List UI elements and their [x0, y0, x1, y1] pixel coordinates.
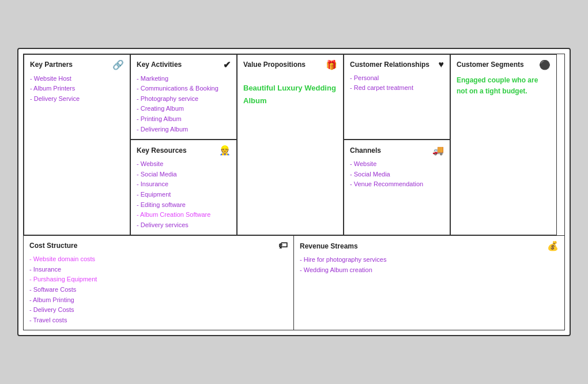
list-item: - Website Host	[30, 74, 124, 84]
key-activities-icon: ✔	[223, 59, 231, 70]
key-resources-title: Key Resources	[137, 146, 187, 155]
cost-structure-title: Cost Structure	[29, 242, 77, 250]
key-activities-items: - Marketing - Communications & Booking -…	[137, 74, 231, 135]
cost-structure-icon: 🏷	[278, 240, 288, 251]
cost-structure-cell: Cost Structure 🏷 - Website domain costs …	[24, 236, 294, 330]
customer-relationships-icon: ♥	[439, 59, 444, 70]
list-item: - Venue Recommendation	[350, 179, 444, 190]
list-item: - Communications & Booking	[137, 84, 231, 94]
revenue-streams-title: Revenue Streams	[300, 242, 358, 250]
list-item: - Delivery Costs	[29, 305, 288, 315]
list-item: - Social Media	[350, 170, 444, 180]
customer-relationships-title: Customer Relationships	[350, 61, 429, 69]
value-propositions-cell: Value Propositions 🎁 Beautiful Luxury We…	[237, 54, 344, 236]
list-item: - Insurance	[137, 179, 231, 190]
key-partners-title: Key Partners	[30, 61, 73, 69]
list-item: - Travel costs	[29, 315, 288, 326]
cost-structure-header: Cost Structure 🏷	[29, 240, 288, 251]
customer-relationships-header: Customer Relationships ♥	[350, 59, 444, 70]
value-propositions-icon: 🎁	[326, 59, 337, 70]
key-resources-icon: 👷	[219, 145, 231, 156]
revenue-streams-header: Revenue Streams 💰	[300, 240, 559, 251]
key-partners-icon: 🔗	[112, 59, 124, 70]
key-partners-cell: Key Partners 🔗 - Website Host - Album Pr…	[24, 54, 130, 236]
list-item: - Album Creation Software	[137, 210, 231, 220]
list-item: - Website	[137, 159, 231, 170]
key-partners-items: - Website Host - Album Printers - Delive…	[30, 74, 124, 104]
value-propositions-title: Value Propositions	[243, 61, 306, 69]
key-activities-cell: Key Activities ✔ - Marketing - Communica…	[130, 54, 237, 140]
list-item: - Insurance	[29, 265, 288, 275]
key-resources-header: Key Resources 👷	[137, 145, 231, 156]
list-item: - Personal	[350, 73, 444, 84]
customer-relationships-cell: Customer Relationships ♥ - Personal - Re…	[344, 54, 450, 140]
list-item: - Delivering Album	[137, 125, 231, 135]
channels-title: Channels	[350, 146, 381, 155]
revenue-streams-icon: 💰	[547, 240, 559, 251]
list-item: - Purshasing Equipment	[29, 274, 288, 285]
business-model-canvas: Key Partners 🔗 - Website Host - Album Pr…	[17, 48, 571, 337]
list-item: - Creating Album	[137, 104, 231, 114]
list-item: - Red carpet treatment	[350, 83, 444, 93]
list-item: - Album Printing	[29, 295, 288, 306]
top-grid: Key Partners 🔗 - Website Host - Album Pr…	[23, 54, 565, 236]
list-item: - Editing software	[137, 200, 231, 210]
key-activities-title: Key Activities	[137, 61, 182, 69]
channels-items: - Website - Social Media - Venue Recomme…	[350, 159, 444, 190]
list-item: - Photography service	[137, 94, 231, 104]
revenue-streams-cell: Revenue Streams 💰 - Hire for photography…	[294, 236, 564, 330]
list-item: - Marketing	[137, 74, 231, 84]
list-item: - Hire for photography services	[300, 255, 559, 265]
list-item: - Album Printers	[30, 84, 124, 94]
bottom-grid: Cost Structure 🏷 - Website domain costs …	[23, 236, 565, 330]
channels-header: Channels 🚚	[350, 145, 444, 156]
list-item: - Printing Album	[137, 114, 231, 125]
customer-segments-title: Customer Segments	[457, 61, 524, 69]
list-item: - Website domain costs	[29, 254, 288, 265]
key-resources-cell: Key Resources 👷 - Website - Social Media…	[130, 140, 237, 235]
list-item: - Delivery Service	[30, 94, 124, 104]
list-item: - Equipment	[137, 190, 231, 200]
revenue-streams-items: - Hire for photography services - Weddin…	[300, 255, 559, 275]
list-item: - Delivery services	[137, 220, 231, 231]
list-item: - Social Media	[137, 170, 231, 180]
cost-structure-items: - Website domain costs - Insurance - Pur…	[29, 254, 288, 325]
customer-relationships-items: - Personal - Red carpet treatment	[350, 73, 444, 93]
customer-segments-icon: ⚫	[539, 59, 551, 70]
channels-icon: 🚚	[432, 145, 444, 156]
list-item: - Website	[350, 159, 444, 170]
key-activities-header: Key Activities ✔	[137, 59, 231, 70]
value-propositions-header: Value Propositions 🎁	[243, 59, 337, 70]
key-partners-header: Key Partners 🔗	[30, 59, 124, 70]
list-item: - Wedding Album creation	[300, 265, 559, 276]
customer-segments-cell: Customer Segments ⚫ Engaged couple who a…	[450, 54, 557, 236]
channels-cell: Channels 🚚 - Website - Social Media - Ve…	[344, 140, 450, 235]
key-resources-items: - Website - Social Media - Insurance - E…	[137, 159, 231, 230]
customer-segments-text: Engaged couple who are not on a tight bu…	[457, 75, 551, 97]
customer-segments-header: Customer Segments ⚫	[457, 59, 551, 70]
list-item: - Software Costs	[29, 285, 288, 295]
value-propositions-text: Beautiful Luxury Wedding Album	[243, 82, 337, 107]
